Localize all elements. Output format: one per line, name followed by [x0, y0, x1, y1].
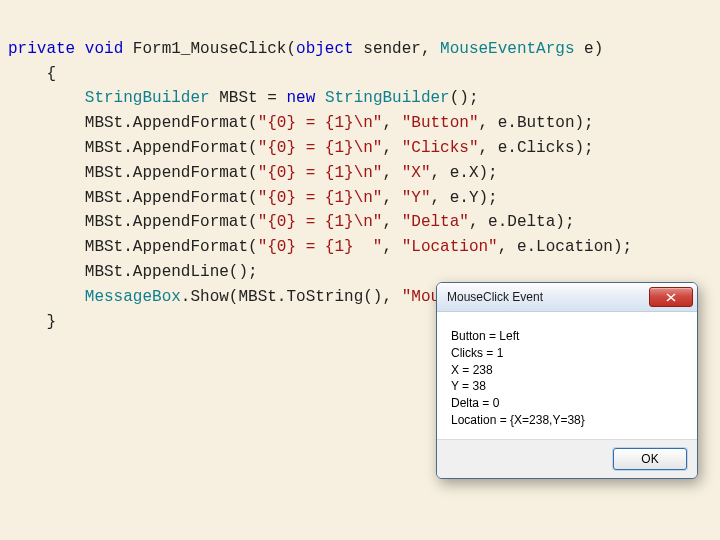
- dialog-body-text: Button = Left Clicks = 1 X = 238 Y = 38 …: [437, 312, 697, 439]
- code-line: MBSt.AppendFormat("{0} = {1}\n", "Clicks…: [8, 139, 594, 157]
- code-line: {: [8, 65, 56, 83]
- dialog-title: MouseClick Event: [447, 290, 649, 304]
- code-line: MBSt.AppendFormat("{0} = {1}\n", "X", e.…: [8, 164, 498, 182]
- dialog-titlebar[interactable]: MouseClick Event: [437, 283, 697, 312]
- code-line: MBSt.AppendFormat("{0} = {1} ", "Locatio…: [8, 238, 632, 256]
- code-line: MBSt.AppendLine();: [8, 263, 258, 281]
- code-line: MBSt.AppendFormat("{0} = {1}\n", "Y", e.…: [8, 189, 498, 207]
- ok-button[interactable]: OK: [613, 448, 687, 470]
- code-line: MBSt.AppendFormat("{0} = {1}\n", "Button…: [8, 114, 594, 132]
- code-line: private void Form1_MouseClick(object sen…: [8, 40, 603, 58]
- code-line: StringBuilder MBSt = new StringBuilder()…: [8, 89, 479, 107]
- close-button[interactable]: [649, 287, 693, 307]
- code-line: MBSt.AppendFormat("{0} = {1}\n", "Delta"…: [8, 213, 575, 231]
- dialog-footer: OK: [437, 439, 697, 478]
- code-line: }: [8, 313, 56, 331]
- close-icon: [666, 293, 676, 302]
- messagebox-dialog: MouseClick Event Button = Left Clicks = …: [436, 282, 698, 479]
